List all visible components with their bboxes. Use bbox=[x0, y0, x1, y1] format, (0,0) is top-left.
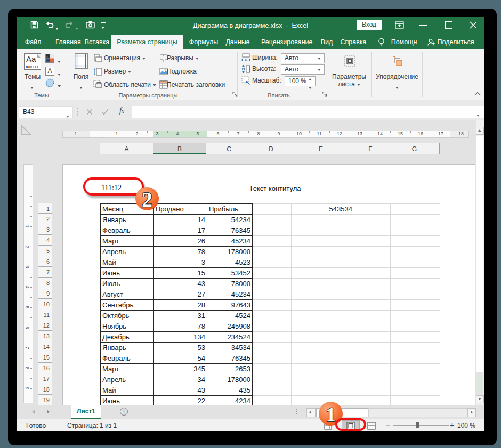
svg-text:v: v bbox=[46, 55, 48, 58]
